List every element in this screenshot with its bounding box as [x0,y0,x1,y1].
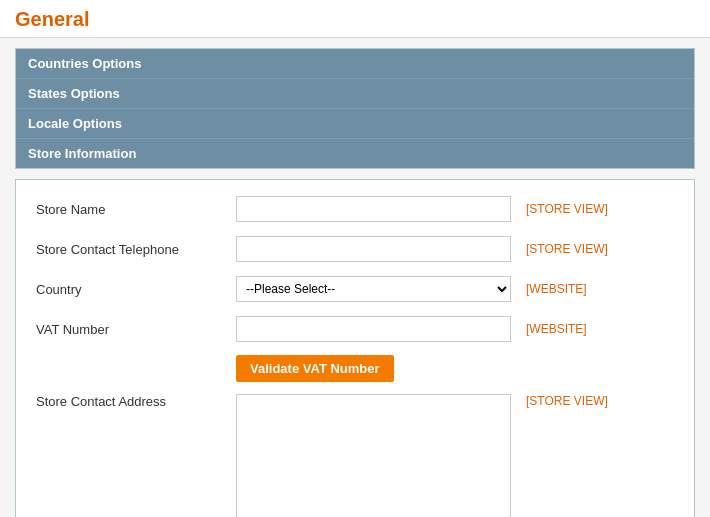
store-name-input-wrapper [236,196,511,222]
page-header: General [0,0,710,38]
store-contact-telephone-label: Store Contact Telephone [36,242,236,257]
validate-vat-row: Validate VAT Number [36,355,674,382]
vat-number-input-wrapper [236,316,511,342]
vat-number-label: VAT Number [36,322,236,337]
store-contact-address-textarea[interactable] [236,394,511,517]
store-contact-telephone-scope: [STORE VIEW] [526,242,608,256]
store-name-label: Store Name [36,202,236,217]
store-information-body: Store Name [STORE VIEW] Store Contact Te… [16,180,694,517]
store-contact-address-row: Store Contact Address [STORE VIEW] [36,394,674,517]
sidebar-item-states-options[interactable]: States Options [16,79,694,109]
sidebar-item-store-information[interactable]: Store Information [16,139,694,168]
country-select-wrapper: --Please Select-- [236,276,511,302]
vat-number-input[interactable] [236,316,511,342]
country-select[interactable]: --Please Select-- [236,276,511,302]
store-name-row: Store Name [STORE VIEW] [36,195,674,223]
store-contact-address-label: Store Contact Address [36,394,236,409]
validate-vat-button[interactable]: Validate VAT Number [236,355,394,382]
sidebar-item-countries-options[interactable]: Countries Options [16,49,694,79]
country-label: Country [36,282,236,297]
store-contact-address-scope: [STORE VIEW] [526,394,608,408]
vat-number-scope: [WEBSITE] [526,322,587,336]
country-scope: [WEBSITE] [526,282,587,296]
sidebar-item-locale-options[interactable]: Locale Options [16,109,694,139]
store-name-scope: [STORE VIEW] [526,202,608,216]
content-area: Countries Options States Options Locale … [0,38,710,517]
country-row: Country --Please Select-- [WEBSITE] [36,275,674,303]
store-contact-telephone-input-wrapper [236,236,511,262]
store-information-section: Store Name [STORE VIEW] Store Contact Te… [15,179,695,517]
store-contact-telephone-input[interactable] [236,236,511,262]
store-contact-address-input-wrapper [236,394,511,517]
vat-number-row: VAT Number [WEBSITE] [36,315,674,343]
store-contact-telephone-row: Store Contact Telephone [STORE VIEW] [36,235,674,263]
sections-container: Countries Options States Options Locale … [15,48,695,169]
store-name-input[interactable] [236,196,511,222]
page-title: General [15,8,89,30]
